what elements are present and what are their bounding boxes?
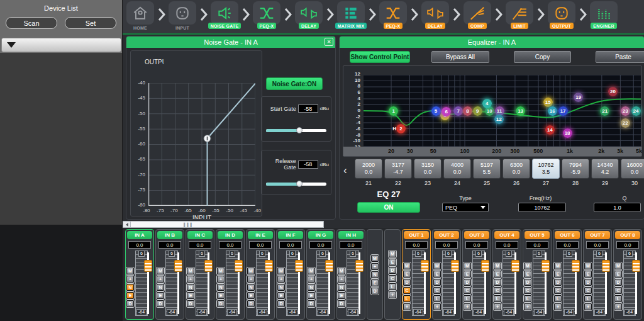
channel-button-c[interactable]: C bbox=[494, 287, 501, 294]
channel-gain-value[interactable]: 0.0 bbox=[279, 241, 302, 249]
scan-button[interactable]: Scan bbox=[6, 17, 57, 29]
channel-button-+[interactable]: + bbox=[524, 303, 531, 310]
eq-band-cell-24[interactable]: 40000.0 bbox=[443, 159, 471, 179]
eq-band-cell-30[interactable]: 160000.0 bbox=[621, 159, 644, 179]
close-icon[interactable]: ✕ bbox=[325, 38, 333, 46]
channel-label[interactable]: OUT 3 bbox=[464, 231, 489, 239]
channel-button-e[interactable]: E bbox=[308, 292, 315, 299]
channel-button-+[interactable]: + bbox=[157, 276, 164, 283]
fader-handle[interactable] bbox=[632, 260, 640, 272]
channel-button-+[interactable]: + bbox=[554, 303, 562, 310]
spacer-button-d[interactable]: D bbox=[371, 288, 379, 295]
bands-scroll-left-icon[interactable]: ‹ bbox=[343, 160, 353, 181]
channel-button-+[interactable]: + bbox=[338, 276, 345, 283]
channel-button-e[interactable]: E bbox=[433, 271, 441, 278]
channel-label[interactable]: OUT 8 bbox=[615, 231, 640, 239]
device-dropdown[interactable] bbox=[1, 38, 121, 52]
channel-button-c[interactable]: C bbox=[524, 287, 531, 294]
channel-button-d[interactable]: D bbox=[614, 279, 622, 286]
spacer-button-+[interactable]: + bbox=[389, 291, 396, 298]
channel-label[interactable]: OUT 5 bbox=[525, 231, 550, 239]
channel-label[interactable]: IN F bbox=[278, 231, 303, 239]
spacer-button-l[interactable]: L bbox=[389, 283, 396, 290]
toolbar-item-home[interactable]: HOME bbox=[126, 1, 155, 30]
q-input[interactable]: 1.0 bbox=[594, 203, 641, 212]
eq-band-cell-27[interactable]: 107623.5 bbox=[532, 159, 560, 179]
eq-control-point-4[interactable]: 4 bbox=[482, 99, 492, 108]
channel-button-l[interactable]: L bbox=[464, 295, 471, 302]
channel-button-l[interactable]: L bbox=[494, 295, 501, 302]
channel-button-m[interactable]: M bbox=[247, 268, 255, 274]
channel-label[interactable]: OUT 4 bbox=[494, 231, 519, 239]
channel-button-n[interactable]: N bbox=[187, 284, 194, 291]
channel-button-m[interactable]: M bbox=[338, 268, 345, 274]
channel-button-m[interactable]: M bbox=[494, 262, 501, 269]
channel-button-m[interactable]: M bbox=[157, 268, 164, 274]
channel-button-+[interactable]: + bbox=[433, 303, 441, 310]
scroll-left-arrow-icon[interactable] bbox=[123, 222, 130, 227]
fader-handle[interactable] bbox=[204, 260, 213, 272]
channel-button-e[interactable]: E bbox=[126, 292, 134, 299]
channel-button-m[interactable]: M bbox=[524, 262, 531, 269]
channel-button-e[interactable]: E bbox=[277, 292, 285, 299]
channel-button-+[interactable]: + bbox=[464, 303, 471, 310]
channel-button-e[interactable]: E bbox=[614, 271, 622, 278]
eq-control-point-24[interactable]: 24 bbox=[631, 106, 641, 116]
spacer-button-m[interactable]: M bbox=[389, 251, 396, 257]
channel-button-e[interactable]: E bbox=[584, 271, 592, 278]
type-select[interactable]: PEQ bbox=[442, 203, 489, 212]
channel-button-m[interactable]: M bbox=[187, 268, 194, 274]
start-gate-slider-knob[interactable] bbox=[296, 127, 303, 133]
fader-handle[interactable] bbox=[174, 260, 182, 272]
fader-handle[interactable] bbox=[295, 260, 303, 272]
channel-button-d[interactable]: D bbox=[338, 300, 345, 307]
eq-control-point-7[interactable]: 7 bbox=[453, 106, 463, 116]
channel-gain-value[interactable]: 0.0 bbox=[496, 241, 518, 249]
channel-button-e[interactable]: E bbox=[554, 271, 562, 278]
channel-button-+[interactable]: + bbox=[584, 303, 592, 310]
channel-gain-value[interactable]: 0.0 bbox=[128, 241, 151, 249]
channel-button-+[interactable]: + bbox=[403, 303, 411, 310]
channel-button-c[interactable]: C bbox=[464, 287, 471, 294]
channel-button-l[interactable]: L bbox=[554, 295, 562, 302]
channel-button-n[interactable]: N bbox=[157, 284, 164, 291]
channel-gain-value[interactable]: 0.0 bbox=[340, 241, 362, 249]
channel-label[interactable]: IN G bbox=[308, 231, 333, 239]
channel-gain-value[interactable]: 0.0 bbox=[616, 241, 639, 249]
channel-button-c[interactable]: C bbox=[584, 287, 592, 294]
channel-button-e[interactable]: E bbox=[338, 292, 345, 299]
eq-control-point-19[interactable]: 19 bbox=[574, 93, 583, 102]
fader-handle[interactable] bbox=[572, 260, 580, 272]
fader-handle[interactable] bbox=[602, 260, 610, 272]
channel-button-d[interactable]: D bbox=[403, 279, 411, 286]
toolbar-item-noise-gate[interactable]: NOISE GATE bbox=[210, 1, 239, 29]
channel-label[interactable]: OUT 6 bbox=[555, 231, 580, 239]
show-control-point-button[interactable]: Show Control Point bbox=[350, 51, 410, 63]
eq-control-point-14[interactable]: 14 bbox=[545, 125, 555, 135]
channel-button-+[interactable]: + bbox=[614, 303, 622, 310]
toolbar-item-peq-x-in[interactable]: PEQ-X bbox=[252, 1, 281, 29]
eq-control-point-22[interactable]: 22 bbox=[621, 118, 630, 128]
channel-label[interactable]: OUT 1 bbox=[404, 231, 429, 239]
channel-button-n[interactable]: N bbox=[247, 284, 255, 291]
channel-button-d[interactable]: D bbox=[157, 300, 164, 307]
channel-gain-value[interactable]: 0.0 bbox=[219, 241, 242, 249]
channel-button-+[interactable]: + bbox=[277, 276, 285, 283]
channel-button-d[interactable]: D bbox=[187, 300, 194, 307]
toolbar-item-comp[interactable]: COMP bbox=[463, 1, 492, 29]
toolbar-item-matrix-mix[interactable]: MATRIX MIX bbox=[336, 1, 365, 29]
eq-band-cell-29[interactable]: 143404.2 bbox=[591, 159, 619, 179]
eq-band-cell-26[interactable]: 63000.0 bbox=[502, 159, 530, 179]
channel-button-m[interactable]: M bbox=[277, 268, 285, 274]
channel-gain-value[interactable]: 0.0 bbox=[405, 241, 428, 249]
channel-button-e[interactable]: E bbox=[524, 271, 531, 278]
spacer-button-m[interactable]: M bbox=[371, 255, 379, 262]
channel-button-e[interactable]: E bbox=[157, 292, 164, 299]
channel-button-c[interactable]: C bbox=[433, 287, 441, 294]
release-gate-value[interactable]: -58 bbox=[298, 160, 318, 169]
channel-button-n[interactable]: N bbox=[338, 284, 345, 291]
channel-button-n[interactable]: N bbox=[217, 284, 225, 291]
fader-handle[interactable] bbox=[511, 260, 519, 272]
channel-button-d[interactable]: D bbox=[277, 300, 285, 307]
channel-button-d[interactable]: D bbox=[126, 300, 134, 307]
